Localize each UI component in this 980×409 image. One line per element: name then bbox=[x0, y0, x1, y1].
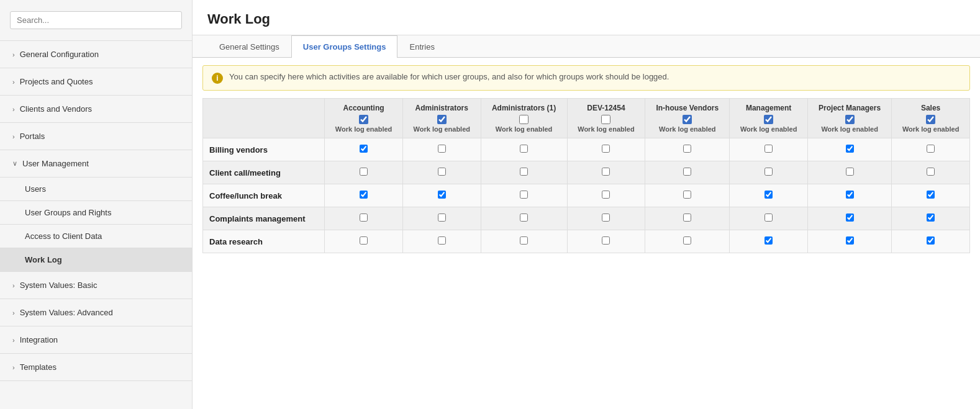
sidebar-item-templates[interactable]: ›Templates bbox=[0, 354, 192, 381]
checkbox-r3-c1[interactable] bbox=[438, 213, 446, 222]
checkbox-r2-c4[interactable] bbox=[683, 191, 691, 199]
checkbox-r0-c1[interactable] bbox=[438, 145, 446, 153]
checkbox-r0-c0[interactable] bbox=[360, 145, 368, 153]
col-header-accounting: Accounting Work log enabled bbox=[325, 99, 403, 138]
checkbox-r1-c2[interactable] bbox=[520, 168, 528, 176]
cell-r3-c0 bbox=[325, 207, 403, 230]
checkbox-r0-c4[interactable] bbox=[683, 145, 691, 153]
checkbox-r1-c1[interactable] bbox=[438, 168, 446, 176]
col-name: DEV-12454 bbox=[574, 104, 639, 112]
work-log-label: Work log enabled bbox=[335, 125, 392, 133]
checkbox-r4-c1[interactable] bbox=[438, 236, 446, 245]
nav-label: User Management bbox=[22, 159, 89, 168]
checkbox-r1-c5[interactable] bbox=[764, 168, 773, 176]
checkbox-r2-c2[interactable] bbox=[520, 191, 528, 199]
tab-general-settings[interactable]: General Settings bbox=[207, 35, 291, 58]
checkbox-r4-c2[interactable] bbox=[520, 236, 528, 245]
cell-r2-c4 bbox=[645, 184, 730, 207]
checkbox-r2-c7[interactable] bbox=[927, 191, 935, 199]
work-log-enabled-checkbox-dev-12454[interactable] bbox=[601, 115, 610, 124]
cell-r1-c5 bbox=[730, 161, 808, 184]
cell-r4-c7 bbox=[892, 230, 970, 253]
checkbox-r4-c5[interactable] bbox=[764, 236, 773, 245]
checkbox-r2-c5[interactable] bbox=[764, 191, 773, 199]
sidebar-subitem-users[interactable]: Users bbox=[0, 178, 192, 201]
checkbox-r0-c2[interactable] bbox=[520, 145, 528, 153]
cell-r3-c7 bbox=[892, 207, 970, 230]
checkbox-r1-c6[interactable] bbox=[846, 168, 854, 176]
checkbox-r3-c0[interactable] bbox=[360, 213, 368, 222]
cell-r2-c6 bbox=[807, 184, 891, 207]
table-row: Data research bbox=[203, 230, 970, 253]
sidebar-item-portals[interactable]: ›Portals bbox=[0, 123, 192, 150]
work-log-label: Work log enabled bbox=[740, 125, 797, 133]
header-row: Accounting Work log enabled Administrato… bbox=[203, 99, 970, 138]
table-row: Client call/meeting bbox=[203, 161, 970, 184]
checkbox-r0-c3[interactable] bbox=[602, 145, 610, 153]
col-name: Administrators bbox=[409, 104, 474, 112]
cell-r3-c3 bbox=[567, 207, 645, 230]
checkbox-r3-c3[interactable] bbox=[602, 213, 610, 222]
sidebar-item-integration[interactable]: ›Integration bbox=[0, 326, 192, 354]
chevron-icon: › bbox=[12, 78, 15, 86]
checkbox-r3-c7[interactable] bbox=[927, 213, 935, 222]
checkbox-r4-c0[interactable] bbox=[360, 236, 368, 245]
checkbox-r0-c7[interactable] bbox=[927, 145, 935, 153]
cell-r1-c2 bbox=[481, 161, 567, 184]
work-log-enabled-checkbox-inhouse-vendors[interactable] bbox=[683, 115, 692, 124]
work-log-enabled-checkbox-sales[interactable] bbox=[926, 115, 935, 124]
checkbox-r4-c7[interactable] bbox=[927, 236, 935, 245]
work-log-enabled-checkbox-project-managers[interactable] bbox=[845, 115, 855, 124]
cell-r4-c4 bbox=[645, 230, 730, 253]
chevron-icon: › bbox=[12, 364, 15, 371]
col-name: In-house Vendors bbox=[651, 104, 723, 112]
cell-r1-c4 bbox=[645, 161, 730, 184]
work-log-enabled-checkbox-management[interactable] bbox=[764, 115, 773, 124]
sidebar-item-system-values-advanced[interactable]: ›System Values: Advanced bbox=[0, 299, 192, 326]
checkbox-r3-c5[interactable] bbox=[764, 213, 773, 222]
cell-r3-c4 bbox=[645, 207, 730, 230]
chevron-icon: › bbox=[12, 336, 15, 344]
sidebar-subitem-work-log[interactable]: Work Log bbox=[0, 248, 192, 272]
checkbox-r4-c4[interactable] bbox=[683, 236, 691, 245]
checkbox-r4-c6[interactable] bbox=[846, 236, 854, 245]
checkbox-r1-c4[interactable] bbox=[683, 168, 691, 176]
checkbox-r0-c6[interactable] bbox=[846, 145, 854, 153]
search-box bbox=[0, 0, 192, 41]
tabs-bar: General SettingsUser Groups SettingsEntr… bbox=[193, 35, 980, 58]
checkbox-r1-c3[interactable] bbox=[602, 168, 610, 176]
work-log-enabled-checkbox-accounting[interactable] bbox=[359, 115, 368, 124]
sidebar-subitem-user-groups-rights[interactable]: User Groups and Rights bbox=[0, 201, 192, 225]
sidebar-item-system-values-basic[interactable]: ›System Values: Basic bbox=[0, 272, 192, 299]
chevron-icon: › bbox=[12, 309, 15, 317]
row-label-3: Complaints management bbox=[203, 207, 325, 230]
checkbox-r0-c5[interactable] bbox=[764, 145, 773, 153]
sidebar-item-projects-quotes[interactable]: ›Projects and Quotes bbox=[0, 68, 192, 96]
search-input[interactable] bbox=[10, 11, 182, 29]
checkbox-r3-c4[interactable] bbox=[683, 213, 691, 222]
checkbox-r1-c7[interactable] bbox=[927, 168, 935, 176]
work-log-enabled-checkbox-administrators1[interactable] bbox=[519, 115, 529, 124]
sidebar-subitem-access-client-data[interactable]: Access to Client Data bbox=[0, 225, 192, 248]
cell-r2-c3 bbox=[567, 184, 645, 207]
checkbox-r2-c6[interactable] bbox=[846, 191, 854, 199]
checkbox-r1-c0[interactable] bbox=[360, 168, 368, 176]
sidebar-item-user-management[interactable]: ∨User Management bbox=[0, 150, 192, 178]
sidebar-item-clients-vendors[interactable]: ›Clients and Vendors bbox=[0, 96, 192, 123]
nav-label: Clients and Vendors bbox=[20, 104, 92, 114]
checkbox-r3-c6[interactable] bbox=[846, 213, 854, 222]
tab-user-groups-settings[interactable]: User Groups Settings bbox=[291, 35, 398, 58]
cell-r4-c1 bbox=[402, 230, 481, 253]
tab-entries[interactable]: Entries bbox=[397, 35, 446, 58]
checkbox-r2-c0[interactable] bbox=[360, 191, 368, 199]
sidebar-item-general-config[interactable]: ›General Configuration bbox=[0, 41, 192, 68]
work-log-enabled-checkbox-administrators[interactable] bbox=[437, 115, 447, 124]
sidebar: ›General Configuration›Projects and Quot… bbox=[0, 0, 193, 409]
checkbox-r3-c2[interactable] bbox=[520, 213, 528, 222]
checkbox-r2-c1[interactable] bbox=[438, 191, 446, 199]
checkbox-r4-c3[interactable] bbox=[602, 236, 610, 245]
table-row: Coffee/lunch break bbox=[203, 184, 970, 207]
cell-r2-c2 bbox=[481, 184, 567, 207]
checkbox-r2-c3[interactable] bbox=[602, 191, 610, 199]
row-label-1: Client call/meeting bbox=[203, 161, 325, 184]
